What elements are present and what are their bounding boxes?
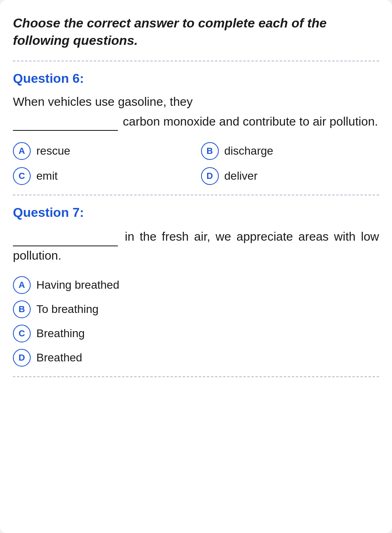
quiz-card: Choose the correct answer to complete ea… (0, 0, 392, 533)
option-6-b-circle: B (201, 142, 219, 160)
option-6-c[interactable]: C emit (13, 167, 191, 185)
divider-bottom (13, 376, 379, 377)
option-6-c-text: emit (36, 170, 58, 183)
option-6-d-text: deliver (224, 170, 258, 183)
option-6-c-circle: C (13, 167, 31, 185)
option-7-a[interactable]: A Having breathed (13, 276, 379, 294)
option-7-c-circle: C (13, 325, 31, 342)
instructions-text: Choose the correct answer to complete ea… (13, 15, 379, 49)
option-7-d-circle: D (13, 349, 31, 367)
question-6-section: Question 6: When vehicles use gasoline, … (13, 71, 379, 185)
option-6-b[interactable]: B discharge (201, 142, 379, 160)
option-6-d[interactable]: D deliver (201, 167, 379, 185)
question-6-blank (13, 111, 118, 131)
option-6-b-text: discharge (224, 145, 273, 157)
option-7-d[interactable]: D Breathed (13, 349, 379, 367)
option-6-a-circle: A (13, 142, 31, 160)
option-7-b[interactable]: B To breathing (13, 300, 379, 318)
question-7-section: Question 7: in the fresh air, we appreci… (13, 205, 379, 367)
option-7-a-text: Having breathed (36, 279, 119, 292)
question-7-blank (13, 227, 118, 246)
question-7-text: in the fresh air, we appreciate areas wi… (13, 227, 379, 265)
question-6-options: A rescue B discharge C emit D del (13, 142, 379, 185)
option-7-c-text: Breathing (36, 327, 85, 340)
option-7-b-circle: B (13, 300, 31, 318)
divider-mid (13, 195, 379, 195)
divider-top (13, 61, 379, 61)
option-6-a-text: rescue (36, 145, 70, 157)
question-6-label: Question 6: (13, 71, 379, 86)
question-6-text-before: When vehicles use gasoline, they (13, 95, 193, 108)
option-7-c[interactable]: C Breathing (13, 325, 379, 342)
option-6-d-circle: D (201, 167, 219, 185)
option-6-a[interactable]: A rescue (13, 142, 191, 160)
option-7-a-circle: A (13, 276, 31, 294)
question-6-text: When vehicles use gasoline, they carbon … (13, 92, 379, 131)
question-7-options: A Having breathed B To breathing C Breat… (13, 276, 379, 367)
option-7-b-text: To breathing (36, 303, 99, 316)
question-7-label: Question 7: (13, 205, 379, 220)
question-6-text-after: carbon monoxide and contribute to air po… (123, 115, 378, 128)
option-7-d-text: Breathed (36, 351, 82, 364)
